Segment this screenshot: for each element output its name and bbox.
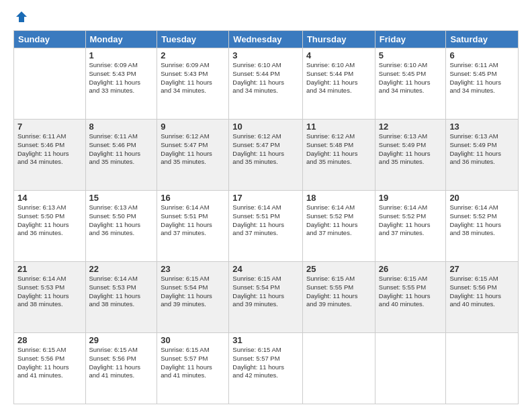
day-info: Sunrise: 6:15 AM Sunset: 5:54 PM Dayligh… bbox=[232, 275, 299, 309]
day-number: 30 bbox=[161, 335, 225, 345]
day-number: 13 bbox=[449, 122, 515, 132]
day-info: Sunrise: 6:13 AM Sunset: 5:50 PM Dayligh… bbox=[17, 203, 82, 238]
calendar-day-cell: 15Sunrise: 6:13 AM Sunset: 5:50 PM Dayli… bbox=[85, 191, 157, 262]
day-info: Sunrise: 6:09 AM Sunset: 5:43 PM Dayligh… bbox=[161, 61, 225, 95]
day-info: Sunrise: 6:12 AM Sunset: 5:48 PM Dayligh… bbox=[306, 132, 371, 167]
day-number: 14 bbox=[17, 193, 82, 203]
day-info: Sunrise: 6:11 AM Sunset: 5:46 PM Dayligh… bbox=[89, 132, 154, 167]
day-info: Sunrise: 6:15 AM Sunset: 5:56 PM Dayligh… bbox=[449, 275, 515, 309]
calendar-day-header: Friday bbox=[375, 31, 446, 48]
day-number: 11 bbox=[306, 122, 371, 132]
day-info: Sunrise: 6:10 AM Sunset: 5:44 PM Dayligh… bbox=[306, 61, 371, 95]
day-number: 27 bbox=[449, 264, 515, 274]
day-info: Sunrise: 6:15 AM Sunset: 5:55 PM Dayligh… bbox=[379, 275, 443, 309]
day-number: 15 bbox=[89, 193, 154, 203]
day-info: Sunrise: 6:09 AM Sunset: 5:43 PM Dayligh… bbox=[89, 61, 154, 95]
day-info: Sunrise: 6:13 AM Sunset: 5:49 PM Dayligh… bbox=[379, 132, 443, 167]
calendar-day-cell bbox=[446, 333, 519, 404]
calendar-day-cell: 9Sunrise: 6:12 AM Sunset: 5:47 PM Daylig… bbox=[157, 120, 229, 191]
calendar-day-header: Sunday bbox=[14, 31, 86, 48]
svg-marker-0 bbox=[16, 11, 27, 22]
calendar-day-cell: 21Sunrise: 6:14 AM Sunset: 5:53 PM Dayli… bbox=[14, 262, 86, 333]
day-info: Sunrise: 6:15 AM Sunset: 5:56 PM Dayligh… bbox=[17, 346, 82, 380]
day-number: 29 bbox=[89, 335, 154, 345]
calendar-day-cell: 3Sunrise: 6:10 AM Sunset: 5:44 PM Daylig… bbox=[229, 48, 303, 120]
day-number: 20 bbox=[449, 193, 515, 203]
calendar-day-cell: 14Sunrise: 6:13 AM Sunset: 5:50 PM Dayli… bbox=[14, 191, 86, 262]
calendar-day-cell: 16Sunrise: 6:14 AM Sunset: 5:51 PM Dayli… bbox=[157, 191, 229, 262]
day-number: 28 bbox=[17, 335, 82, 345]
day-info: Sunrise: 6:13 AM Sunset: 5:50 PM Dayligh… bbox=[89, 203, 154, 238]
calendar-day-cell: 7Sunrise: 6:11 AM Sunset: 5:46 PM Daylig… bbox=[14, 120, 86, 191]
calendar-day-cell: 26Sunrise: 6:15 AM Sunset: 5:55 PM Dayli… bbox=[375, 262, 446, 333]
calendar-day-cell: 28Sunrise: 6:15 AM Sunset: 5:56 PM Dayli… bbox=[14, 333, 86, 404]
calendar-day-cell: 18Sunrise: 6:14 AM Sunset: 5:52 PM Dayli… bbox=[302, 191, 375, 262]
calendar-day-cell bbox=[302, 333, 375, 404]
calendar-day-cell bbox=[14, 48, 86, 120]
calendar-day-cell: 8Sunrise: 6:11 AM Sunset: 5:46 PM Daylig… bbox=[85, 120, 157, 191]
day-number: 10 bbox=[232, 122, 299, 132]
day-number: 25 bbox=[306, 264, 371, 274]
calendar-day-cell: 22Sunrise: 6:14 AM Sunset: 5:53 PM Dayli… bbox=[85, 262, 157, 333]
day-info: Sunrise: 6:15 AM Sunset: 5:57 PM Dayligh… bbox=[232, 346, 299, 380]
day-info: Sunrise: 6:12 AM Sunset: 5:47 PM Dayligh… bbox=[161, 132, 225, 167]
header bbox=[13, 10, 519, 24]
day-number: 18 bbox=[306, 193, 371, 203]
calendar-day-header: Wednesday bbox=[229, 31, 303, 48]
calendar-table: SundayMondayTuesdayWednesdayThursdayFrid… bbox=[13, 30, 519, 404]
calendar-day-cell: 19Sunrise: 6:14 AM Sunset: 5:52 PM Dayli… bbox=[375, 191, 446, 262]
day-number: 17 bbox=[232, 193, 299, 203]
calendar-day-cell: 4Sunrise: 6:10 AM Sunset: 5:44 PM Daylig… bbox=[302, 48, 375, 120]
calendar-day-cell: 5Sunrise: 6:10 AM Sunset: 5:45 PM Daylig… bbox=[375, 48, 446, 120]
calendar-day-cell: 24Sunrise: 6:15 AM Sunset: 5:54 PM Dayli… bbox=[229, 262, 303, 333]
day-number: 8 bbox=[89, 122, 154, 132]
page: SundayMondayTuesdayWednesdayThursdayFrid… bbox=[0, 0, 532, 411]
day-info: Sunrise: 6:13 AM Sunset: 5:49 PM Dayligh… bbox=[449, 132, 515, 167]
calendar-day-cell: 6Sunrise: 6:11 AM Sunset: 5:45 PM Daylig… bbox=[446, 48, 519, 120]
logo-icon bbox=[15, 10, 28, 24]
calendar-day-header: Monday bbox=[85, 31, 157, 48]
calendar-day-cell: 29Sunrise: 6:15 AM Sunset: 5:56 PM Dayli… bbox=[85, 333, 157, 404]
calendar-day-header: Saturday bbox=[446, 31, 519, 48]
calendar-day-cell: 30Sunrise: 6:15 AM Sunset: 5:57 PM Dayli… bbox=[157, 333, 229, 404]
calendar-day-cell: 17Sunrise: 6:14 AM Sunset: 5:51 PM Dayli… bbox=[229, 191, 303, 262]
day-info: Sunrise: 6:15 AM Sunset: 5:54 PM Dayligh… bbox=[161, 275, 225, 309]
day-info: Sunrise: 6:10 AM Sunset: 5:44 PM Dayligh… bbox=[232, 61, 299, 95]
day-info: Sunrise: 6:11 AM Sunset: 5:45 PM Dayligh… bbox=[449, 61, 515, 95]
day-number: 3 bbox=[232, 50, 299, 60]
day-number: 2 bbox=[161, 50, 225, 60]
calendar-day-cell: 1Sunrise: 6:09 AM Sunset: 5:43 PM Daylig… bbox=[85, 48, 157, 120]
calendar-header-row: SundayMondayTuesdayWednesdayThursdayFrid… bbox=[14, 31, 519, 48]
calendar-day-cell: 27Sunrise: 6:15 AM Sunset: 5:56 PM Dayli… bbox=[446, 262, 519, 333]
day-number: 22 bbox=[89, 264, 154, 274]
calendar-week-row: 1Sunrise: 6:09 AM Sunset: 5:43 PM Daylig… bbox=[14, 48, 519, 120]
logo bbox=[13, 10, 28, 24]
calendar-day-cell: 11Sunrise: 6:12 AM Sunset: 5:48 PM Dayli… bbox=[302, 120, 375, 191]
day-info: Sunrise: 6:15 AM Sunset: 5:56 PM Dayligh… bbox=[89, 346, 154, 380]
calendar-week-row: 7Sunrise: 6:11 AM Sunset: 5:46 PM Daylig… bbox=[14, 120, 519, 191]
day-info: Sunrise: 6:14 AM Sunset: 5:53 PM Dayligh… bbox=[17, 275, 82, 309]
calendar-day-header: Thursday bbox=[302, 31, 375, 48]
day-number: 19 bbox=[379, 193, 443, 203]
day-number: 4 bbox=[306, 50, 371, 60]
day-number: 31 bbox=[232, 335, 299, 345]
calendar-day-cell: 20Sunrise: 6:14 AM Sunset: 5:52 PM Dayli… bbox=[446, 191, 519, 262]
day-number: 12 bbox=[379, 122, 443, 132]
day-number: 5 bbox=[379, 50, 443, 60]
calendar-day-cell bbox=[375, 333, 446, 404]
day-info: Sunrise: 6:14 AM Sunset: 5:52 PM Dayligh… bbox=[379, 203, 443, 238]
day-info: Sunrise: 6:14 AM Sunset: 5:51 PM Dayligh… bbox=[161, 203, 225, 238]
calendar-day-cell: 23Sunrise: 6:15 AM Sunset: 5:54 PM Dayli… bbox=[157, 262, 229, 333]
calendar-day-cell: 2Sunrise: 6:09 AM Sunset: 5:43 PM Daylig… bbox=[157, 48, 229, 120]
day-info: Sunrise: 6:14 AM Sunset: 5:51 PM Dayligh… bbox=[232, 203, 299, 238]
day-number: 16 bbox=[161, 193, 225, 203]
calendar-day-cell: 13Sunrise: 6:13 AM Sunset: 5:49 PM Dayli… bbox=[446, 120, 519, 191]
day-info: Sunrise: 6:15 AM Sunset: 5:55 PM Dayligh… bbox=[306, 275, 371, 309]
day-number: 21 bbox=[17, 264, 82, 274]
calendar-day-cell: 31Sunrise: 6:15 AM Sunset: 5:57 PM Dayli… bbox=[229, 333, 303, 404]
day-info: Sunrise: 6:15 AM Sunset: 5:57 PM Dayligh… bbox=[161, 346, 225, 380]
calendar-day-cell: 12Sunrise: 6:13 AM Sunset: 5:49 PM Dayli… bbox=[375, 120, 446, 191]
day-info: Sunrise: 6:12 AM Sunset: 5:47 PM Dayligh… bbox=[232, 132, 299, 167]
day-number: 26 bbox=[379, 264, 443, 274]
calendar-week-row: 28Sunrise: 6:15 AM Sunset: 5:56 PM Dayli… bbox=[14, 333, 519, 404]
